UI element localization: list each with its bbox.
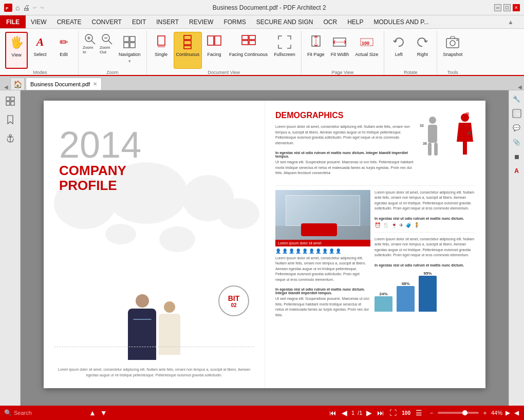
fit-width-button[interactable]: Fit Width [328,32,352,69]
search-input[interactable] [14,410,86,416]
rotate-right-button[interactable]: Right [411,32,434,69]
zoom-label: Zoom [106,69,118,77]
single-icon [153,34,170,50]
document-tab[interactable]: Business Document.pdf ✕ [26,78,102,90]
home-nav-icon[interactable]: ⌂ [15,4,20,12]
rotate-group: Left Right Rotate [384,31,437,75]
forms-menu[interactable]: FORMS [218,15,251,28]
minimize-button[interactable]: ─ [494,4,501,11]
rsb-paperclip-icon[interactable]: 📎 [511,137,522,148]
svg-rect-12 [130,43,135,48]
rsb-badge-icon[interactable]: A [511,165,522,177]
fit-width-icon [331,34,348,50]
tab-close-icon[interactable]: ✕ [93,81,97,87]
actual-size-status-icon[interactable]: 100 [401,410,411,416]
navigation-button[interactable]: Navigation ▼ [116,32,143,69]
last-page-icon[interactable]: ⏭ [376,409,385,417]
zoom-less-icon[interactable]: ◀ [513,409,520,416]
modules-menu[interactable]: MODULES AND P... [368,15,434,28]
create-menu[interactable]: CREATE [52,15,87,28]
zoom-slider[interactable] [438,412,479,414]
status-center: ⏮ ◀ 1 /1 ▶ ⏭ ⛶ 100 ☰ [328,409,423,417]
ocr-menu[interactable]: OCR [318,15,342,28]
home-tab-icon[interactable]: 🏠 [10,78,25,90]
demo-bold-text: In egestas nisi ut odio rutrum et mattis… [275,151,415,158]
svg-line-3 [91,41,95,44]
svg-point-32 [457,40,458,41]
fit-screen-icon[interactable]: ⛶ [388,409,398,417]
facing-continuous-button[interactable]: Facing Continuous [227,32,270,69]
first-page-icon[interactable]: ⏮ [328,409,338,417]
search-up-icon[interactable]: ▲ [88,409,97,417]
sidebar-thumbnail-icon[interactable] [3,93,18,109]
percent-bars: 24% 48% 95% [375,271,475,312]
file-menu[interactable]: FILE [0,15,26,28]
panel-collapse-icon[interactable]: ◀ [518,84,522,90]
section-divider-1 [275,185,475,186]
view-button[interactable]: 🖐 View [5,32,28,69]
next-page-icon[interactable]: ▶ [365,409,373,417]
maximize-button[interactable]: □ [503,4,511,11]
pct-label-2: 48% [401,281,409,286]
svg-rect-34 [11,97,14,101]
sidebar-anchor-icon[interactable] [3,130,18,146]
zoom-in-button[interactable]: Zoom In [82,32,98,55]
select-button[interactable]: A Select [29,32,51,69]
title-bar: P ⌂ 🖨 ↩ ↪ Business Document.pdf - PDF Ar… [0,0,524,15]
rotate-left-button[interactable]: Left [387,32,410,69]
tab-nav-left-icon[interactable]: ◀ [4,84,8,90]
demo-figures: 48 32 25 36 [419,111,475,162]
status-bar: 🔍 ▲ ▼ ⏮ ◀ 1 /1 ▶ ⏭ ⛶ 100 ☰ － ＋ 44% ▶ ◀ [0,406,524,420]
docview-group: Single Continuous Facing [147,31,302,75]
view-menu[interactable]: VIEW [26,15,52,28]
undo-icon[interactable]: ↩ [33,5,37,10]
page-dotted-line [54,347,254,347]
svg-rect-52 [514,110,516,113]
zoom-out-status-icon[interactable]: － [427,409,436,417]
view-mode-icon[interactable]: ☰ [415,409,423,417]
convert-menu[interactable]: CONVERT [86,15,126,28]
person-icon-6: 👤 [309,249,314,254]
edit-button[interactable]: ✏ Edit [52,32,75,69]
zoom-out-button[interactable]: Zoom Out [99,32,115,55]
zoom-slider-thumb[interactable] [462,410,467,415]
secure-sign-menu[interactable]: SECURE AND SIGN [251,15,319,28]
fork-icon: 🍴 [383,222,389,228]
insert-menu[interactable]: INSERT [151,15,184,28]
print-icon[interactable]: 🖨 [23,4,30,12]
edit-menu[interactable]: EDIT [127,15,151,28]
facing-button[interactable]: Facing [203,32,226,69]
circle-badge: BIT 02 [218,285,249,316]
continuous-button[interactable]: Continuous [174,32,202,69]
stat-48: 48 [465,112,469,116]
rsb-layers-icon[interactable]: ◼ [511,151,522,162]
single-button[interactable]: Single [150,32,173,69]
rsb-comment-icon[interactable]: 💬 [511,122,522,133]
sidebar-bookmark-icon[interactable] [3,112,18,127]
redo-icon[interactable]: ↪ [40,5,44,10]
fit-page-button[interactable]: Fit Page [305,32,327,69]
fullscreen-button[interactable]: Fullscreen [271,32,298,69]
svg-rect-21 [249,35,255,40]
actual-size-button[interactable]: 100 Actual Size [352,32,381,69]
collapse-ribbon-icon[interactable]: ▲ [508,18,514,26]
svg-rect-49 [434,143,438,156]
rsb-view-icon[interactable] [511,108,522,119]
prev-page-icon[interactable]: ◀ [341,409,348,417]
rsb-tools-icon[interactable]: 🔧 [511,93,522,105]
pct-item-1: 24% [375,292,392,312]
svg-point-37 [9,135,11,137]
review-menu[interactable]: REVIEW [184,15,218,28]
pct-bar-2 [397,286,415,312]
pageview-group: Fit Page Fit Width 100 Actual Size Page … [302,31,385,75]
doc-area[interactable]: 2014 COMPANY PROFILE BIT 02 [21,90,509,406]
luggage-icon: 🧳 [405,222,411,228]
zoom-in-status-icon[interactable]: ＋ [481,409,489,417]
close-button[interactable]: ✕ [513,4,520,11]
zoom-more-icon[interactable]: ▶ [504,409,511,416]
search-down-icon[interactable]: ▼ [99,409,108,417]
help-menu[interactable]: HELP [342,15,368,28]
facing-continuous-icon [240,34,257,50]
snapshot-button[interactable]: Snapshot [440,32,465,69]
amenity-icons: ⏰ 🍴 🍷 ✈ 🧳 🧍 [375,222,475,228]
